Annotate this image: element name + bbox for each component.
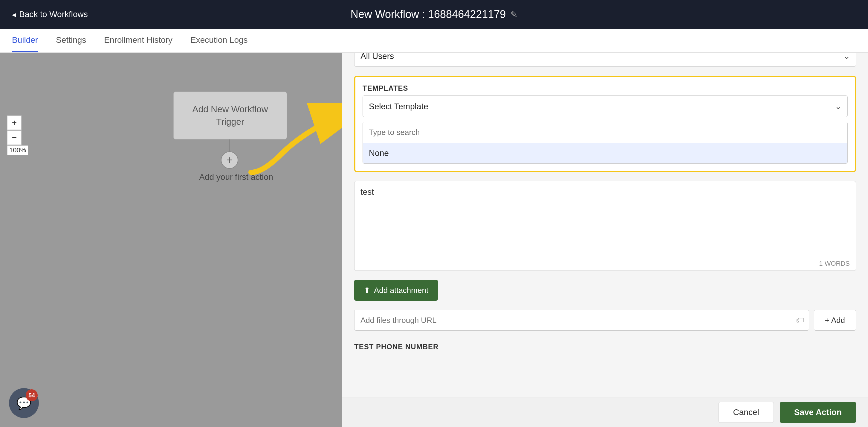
page-title: New Workflow : 1688464221179 ✎ bbox=[351, 8, 518, 21]
back-button[interactable]: ◂ Back to Workflows bbox=[12, 9, 88, 20]
test-phone-section: TEST PHONE NUMBER bbox=[354, 340, 856, 351]
right-panel: Please check the fields for valid inputs… bbox=[342, 0, 868, 427]
zoom-out-button[interactable]: − bbox=[7, 131, 22, 145]
chat-badge: 54 bbox=[26, 389, 38, 401]
tab-settings[interactable]: Settings bbox=[56, 29, 86, 52]
tab-bar: Builder Settings Enrollment History Exec… bbox=[0, 29, 868, 53]
edit-icon[interactable]: ✎ bbox=[510, 9, 517, 20]
trigger-node-label: Add New WorkflowTrigger bbox=[192, 103, 268, 128]
workflow-trigger-node[interactable]: Add New WorkflowTrigger bbox=[173, 91, 287, 139]
panel-footer: Cancel Save Action bbox=[342, 397, 868, 427]
url-input-wrapper: 🏷 bbox=[354, 310, 809, 331]
attachment-section: ⬆ Add attachment bbox=[354, 280, 856, 301]
templates-section: TEMPLATES Select Template None None bbox=[354, 76, 856, 172]
cancel-button[interactable]: Cancel bbox=[718, 402, 774, 423]
body-section: test 1 WORDS bbox=[354, 181, 856, 271]
link-icon: 🏷 bbox=[796, 315, 804, 325]
template-select-wrapper: Select Template None bbox=[363, 95, 848, 117]
zoom-in-button[interactable]: + bbox=[7, 115, 22, 130]
body-text-content[interactable]: test bbox=[361, 187, 850, 262]
workflow-title-text: New Workflow : 1688464221179 bbox=[351, 8, 506, 21]
upload-icon: ⬆ bbox=[364, 286, 370, 295]
back-button-label: Back to Workflows bbox=[19, 9, 88, 19]
body-text-area[interactable]: test 1 WORDS bbox=[354, 181, 856, 271]
panel-scroll-area[interactable]: TO USER TYPE All Users Specific Users Ta… bbox=[342, 25, 868, 397]
canvas-area: + − 100% Add New WorkflowTrigger + Add y… bbox=[0, 53, 342, 427]
back-arrow-icon: ◂ bbox=[12, 9, 16, 20]
url-input[interactable] bbox=[354, 310, 809, 331]
add-attachment-button[interactable]: ⬆ Add attachment bbox=[354, 280, 438, 301]
tab-enrollment[interactable]: Enrollment History bbox=[104, 29, 173, 52]
template-select-dropdown[interactable]: Select Template None bbox=[363, 95, 848, 117]
zoom-controls: + − 100% bbox=[7, 115, 28, 155]
save-action-button[interactable]: Save Action bbox=[780, 402, 856, 423]
chat-widget[interactable]: 💬 54 bbox=[9, 388, 39, 418]
tab-builder[interactable]: Builder bbox=[12, 29, 38, 52]
add-action-button[interactable]: + bbox=[221, 151, 238, 169]
word-count: 1 WORDS bbox=[819, 260, 850, 267]
templates-label: TEMPLATES bbox=[363, 84, 848, 92]
template-option-none[interactable]: None bbox=[363, 143, 847, 163]
attachment-label: Add attachment bbox=[374, 286, 428, 295]
template-dropdown: None bbox=[363, 122, 848, 164]
url-section: 🏷 + Add bbox=[354, 310, 856, 331]
add-url-button[interactable]: + Add bbox=[814, 310, 856, 331]
add-first-action-label: Add your first action bbox=[188, 172, 284, 182]
test-phone-label: TEST PHONE NUMBER bbox=[354, 343, 856, 351]
zoom-level: 100% bbox=[7, 145, 28, 155]
tab-execution[interactable]: Execution Logs bbox=[190, 29, 247, 52]
top-navigation: ◂ Back to Workflows New Workflow : 16884… bbox=[0, 0, 868, 29]
template-search-input[interactable] bbox=[363, 122, 847, 143]
